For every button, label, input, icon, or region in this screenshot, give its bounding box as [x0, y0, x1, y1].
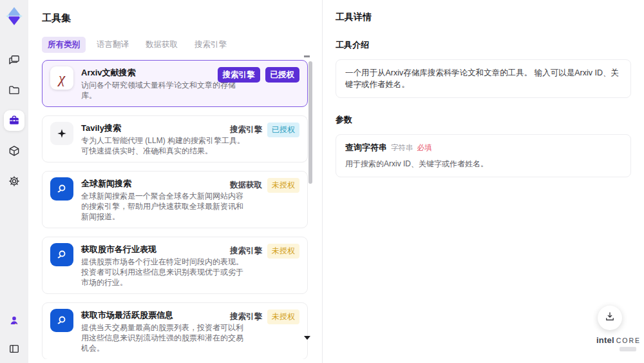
params-heading: 参数 [336, 114, 631, 126]
scroll-down-arrow-icon[interactable] [304, 336, 310, 340]
scrollbar-top-dash [304, 55, 310, 57]
sidebar-bottom [4, 310, 24, 359]
category-label: 搜索引擎 [230, 124, 262, 135]
download-button[interactable] [598, 306, 622, 330]
tool-description: 提供当天交易量最高的股票列表，投资者可以利用这些信息来识别流动性强的股票和潜在的… [81, 322, 246, 353]
tool-description: 访问各个研究领域大量科学论文和文章的存储库。 [81, 80, 246, 101]
folder-icon [8, 84, 21, 97]
user-avatar-icon [8, 314, 21, 327]
intro-heading: 工具介绍 [336, 39, 631, 51]
parameter-box: 查询字符串 字符串 必填 用于搜索的Arxiv ID、关键字或作者姓名。 [336, 134, 631, 177]
news-search-icon [50, 177, 73, 201]
auth-status-badge: 已授权 [267, 123, 299, 137]
toolbox-icon [8, 114, 21, 127]
panel-toggle-icon [8, 342, 21, 355]
stock-search-icon [50, 243, 73, 266]
sidebar-item-account[interactable] [4, 310, 24, 331]
app-logo-diamond-icon [4, 6, 24, 26]
arxiv-chi-icon: χ [50, 66, 73, 90]
parameter-description: 用于搜索的Arxiv ID、关键字或作者姓名。 [345, 159, 621, 170]
parameter-required-label: 必填 [417, 143, 432, 153]
intel-core-logo: intel core [596, 335, 636, 351]
package-icon [8, 144, 21, 157]
brand-sub-bar [620, 347, 636, 351]
tool-description: 全球新闻搜索是一个聚合全球各大新闻网站内容的搜索引擎，帮助用户快速获取全球最新资… [81, 191, 246, 222]
auth-status-badge: 未授权 [267, 244, 299, 259]
sidebar-item-collapse[interactable] [4, 338, 24, 359]
sidebar [0, 0, 28, 363]
category-badge: 搜索引擎 [218, 67, 260, 83]
tab-data-fetch[interactable]: 数据获取 [140, 37, 184, 53]
auth-status-badge: 未授权 [267, 178, 299, 193]
tool-card-tavily[interactable]: Tavily搜索 专为人工智能代理 (LLM) 构建的搜索引擎工具。可快速提供实… [42, 115, 308, 162]
parameter-name: 查询字符串 [345, 142, 387, 153]
tab-all-categories[interactable]: 所有类别 [42, 37, 86, 53]
tool-card-most-active-stocks[interactable]: 获取市场最活跃股票信息 提供当天交易量最高的股票列表，投资者可以利用这些信息来识… [42, 302, 308, 359]
tool-list: χ Arxiv文献搜索 访问各个研究领域大量科学论文和文章的存储库。 搜索引擎 … [42, 60, 308, 359]
tool-name: 全球新闻搜索 [81, 177, 246, 190]
tool-card-sector-performance[interactable]: 获取股市各行业表现 提供股票市场各个行业在特定时间段内的表现。投资者可以利用这些… [42, 237, 308, 294]
sidebar-item-chat[interactable] [4, 50, 24, 70]
category-label: 搜索引擎 [230, 311, 262, 322]
parameter-type: 字符串 [391, 143, 413, 153]
stock-search-icon [50, 309, 73, 332]
tool-list-panel: 工具集 所有类别 语言翻译 数据获取 搜索引擎 χ Arxiv文献搜索 访问各个… [28, 0, 322, 363]
sidebar-item-packages[interactable] [4, 141, 24, 161]
tab-search-engine[interactable]: 搜索引擎 [189, 37, 232, 53]
category-label: 搜索引擎 [230, 246, 262, 257]
settings-icon [8, 175, 21, 188]
page-title: 工具集 [42, 12, 322, 25]
tool-detail-panel: 工具详情 工具介绍 一个用于从Arxiv存储库搜索科学论文和文章的工具。 输入可… [322, 0, 644, 363]
sidebar-item-files[interactable] [4, 80, 24, 101]
tool-name: Tavily搜索 [81, 122, 246, 134]
category-tabs: 所有类别 语言翻译 数据获取 搜索引擎 [42, 37, 322, 53]
tool-name: 获取股市各行业表现 [81, 243, 246, 255]
detail-title: 工具详情 [336, 12, 631, 23]
scrollbar-thumb[interactable] [308, 61, 312, 184]
sidebar-item-tools[interactable] [4, 110, 24, 131]
tab-language-translation[interactable]: 语言翻译 [91, 37, 135, 53]
tavily-star-icon [50, 122, 73, 145]
chat-icon [8, 54, 21, 66]
tool-description: 提供股票市场各个行业在特定时间段内的表现。投资者可以利用这些信息来识别表现优于或… [81, 257, 246, 288]
tool-description: 专为人工智能代理 (LLM) 构建的搜索引擎工具。可快速提供实时、准确和真实的结… [81, 135, 246, 156]
app-window: 工具集 所有类别 语言翻译 数据获取 搜索引擎 χ Arxiv文献搜索 访问各个… [0, 0, 644, 363]
intro-box: 一个用于从Arxiv存储库搜索科学论文和文章的工具。 输入可以是Arxiv ID… [336, 59, 631, 98]
brand-intel-text: intel [596, 335, 614, 345]
sidebar-item-settings[interactable] [4, 171, 24, 191]
category-label: 数据获取 [230, 180, 262, 191]
tool-card-arxiv[interactable]: χ Arxiv文献搜索 访问各个研究领域大量科学论文和文章的存储库。 搜索引擎 … [42, 60, 308, 107]
intro-text: 一个用于从Arxiv存储库搜索科学论文和文章的工具。 输入可以是Arxiv ID… [345, 67, 621, 90]
auth-status-badge: 未授权 [267, 309, 299, 324]
tool-name: 获取市场最活跃股票信息 [81, 309, 246, 321]
download-icon [604, 311, 616, 325]
brand-core-text: core [616, 337, 641, 344]
sidebar-nav [4, 50, 24, 191]
tool-card-global-news[interactable]: 全球新闻搜索 全球新闻搜索是一个聚合全球各大新闻网站内容的搜索引擎，帮助用户快速… [42, 171, 308, 228]
auth-status-badge: 已授权 [265, 67, 300, 83]
